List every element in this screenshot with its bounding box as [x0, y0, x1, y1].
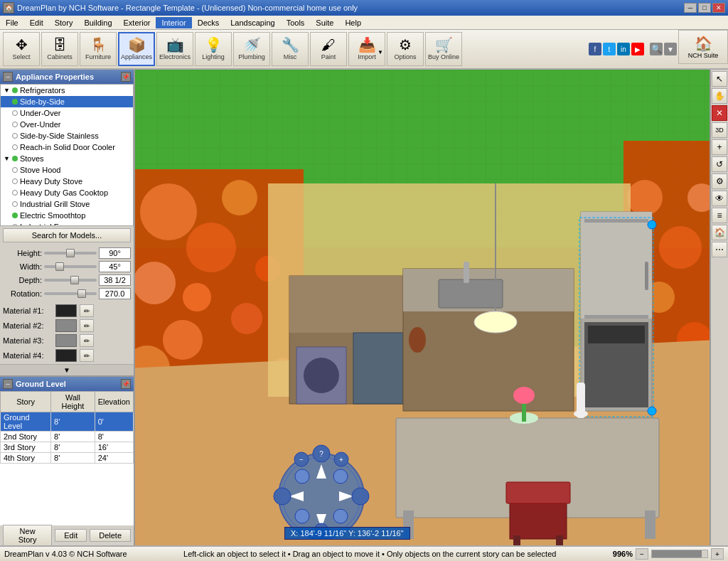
story-row-4th[interactable]: 4th Story 8' 24': [1, 453, 134, 464]
tree-item-stove-hood[interactable]: Stove Hood: [1, 164, 133, 176]
titlebar-controls[interactable]: ─ □ ✕: [684, 3, 725, 13]
appliance-tree-list[interactable]: ▼ Refrigerators Side-by-Side Under-Over …: [0, 84, 134, 226]
tool-select[interactable]: ✥ Select: [3, 32, 40, 66]
panel-pin-icon[interactable]: 📌: [121, 72, 131, 82]
menu-landscaping[interactable]: Landscaping: [225, 17, 280, 28]
tree-item-refrigerators[interactable]: ▼ Refrigerators: [1, 85, 133, 96]
svg-point-74: [352, 488, 369, 505]
material-2-color[interactable]: [55, 319, 77, 332]
menu-interior[interactable]: Interior: [156, 17, 191, 28]
tree-item-side-by-side[interactable]: Side-by-Side: [1, 96, 133, 107]
tree-item-reach-in[interactable]: Reach-in Solid Door Cooler: [1, 141, 133, 153]
tree-dot-stove-hood: [12, 167, 18, 173]
tree-item-label-side-by-side: Side-by-Side: [20, 97, 65, 106]
restore-button[interactable]: □: [698, 3, 711, 13]
rt-delete-button[interactable]: ✕: [712, 105, 727, 121]
tool-electronics[interactable]: 📺 Electronics: [156, 32, 193, 66]
menu-building[interactable]: Building: [78, 17, 117, 28]
toolbar-tools: ✥ Select 🗄 Cabinets 🪑 Furniture 📦 Applia…: [0, 30, 584, 68]
rt-eye-button[interactable]: 👁: [712, 191, 727, 206]
story-row-ground-elev: 0': [95, 412, 133, 432]
svg-text:−: −: [299, 456, 304, 464]
tree-item-heavy-duty-gas[interactable]: Heavy Duty Gas Cooktop: [1, 187, 133, 198]
menu-exterior[interactable]: Exterior: [118, 17, 156, 28]
statusbar-right: 996% − +: [613, 548, 724, 560]
tree-item-electric-smoothtop[interactable]: Electric Smoothtop: [1, 210, 133, 221]
story-panel-pin-icon[interactable]: 📌: [121, 379, 131, 389]
edit-story-button[interactable]: Edit: [55, 529, 87, 542]
menu-story[interactable]: Story: [49, 17, 79, 28]
youtube-icon[interactable]: ▶: [631, 43, 644, 55]
menu-edit[interactable]: Edit: [24, 17, 49, 28]
tool-appliances[interactable]: 📦 Appliances: [118, 32, 155, 66]
material-4-edit-button[interactable]: ✏: [80, 349, 94, 362]
minimize-button[interactable]: ─: [684, 3, 697, 13]
delete-story-button[interactable]: Delete: [90, 529, 131, 542]
material-2-edit-button[interactable]: ✏: [80, 319, 94, 332]
tree-item-over-under[interactable]: Over-Under: [1, 119, 133, 130]
width-slider[interactable]: [44, 265, 97, 268]
chevron-down-icon[interactable]: ▼: [664, 43, 677, 55]
tree-item-under-over[interactable]: Under-Over: [1, 107, 133, 119]
material-3-edit-button[interactable]: ✏: [80, 334, 94, 347]
tool-plumbing[interactable]: 🚿 Plumbing: [233, 32, 270, 66]
wall-height-col-header: Wall Height: [51, 392, 95, 412]
tool-paint[interactable]: 🖌 Paint: [310, 32, 347, 66]
tree-item-heavy-duty-stove[interactable]: Heavy Duty Stove: [1, 176, 133, 187]
rotation-slider[interactable]: [44, 292, 97, 295]
search-models-button[interactable]: Search for Models...: [3, 228, 131, 242]
story-row-ground[interactable]: Ground Level 8' 0': [1, 412, 134, 432]
new-story-button[interactable]: New Story: [3, 525, 52, 546]
menu-file[interactable]: File: [0, 17, 24, 28]
titlebar: 🏠 DreamPlan by NCH Software - Rectangle …: [0, 0, 728, 16]
material-1-edit-button[interactable]: ✏: [80, 304, 94, 317]
search-icon[interactable]: 🔍: [650, 43, 663, 55]
svg-rect-48: [645, 511, 655, 539]
zoom-out-button[interactable]: −: [636, 548, 648, 560]
tool-misc[interactable]: 🔧 Misc: [272, 32, 309, 66]
nch-suite-button[interactable]: 🏠 NCH Suite: [678, 30, 728, 64]
toolbar: ✥ Select 🗄 Cabinets 🪑 Furniture 📦 Applia…: [0, 30, 728, 70]
twitter-icon[interactable]: t: [603, 43, 616, 55]
rt-settings-button[interactable]: ⚙: [712, 173, 727, 189]
rt-rotate-button[interactable]: ↺: [712, 156, 727, 172]
panel-scroll-down-button[interactable]: ▼: [0, 364, 134, 375]
menu-decks[interactable]: Decks: [192, 17, 225, 28]
rt-cursor-button[interactable]: ↖: [712, 71, 727, 87]
menu-help[interactable]: Help: [339, 17, 367, 28]
depth-label: Depth:: [3, 276, 42, 284]
zoom-in-button[interactable]: +: [711, 548, 724, 560]
tool-buy-online[interactable]: 🛒 Buy Online: [425, 32, 462, 66]
rt-pan-button[interactable]: ✋: [712, 88, 727, 104]
height-slider[interactable]: [44, 252, 97, 255]
tree-item-side-by-side-stainless[interactable]: Side-by-Side Stainless: [1, 130, 133, 141]
viewport[interactable]: ↑ ? − + X: 184'-9 11/16" Y: 136'-2 11/16…: [135, 70, 710, 545]
story-panel-collapse-icon[interactable]: ─: [3, 379, 13, 389]
furniture-icon: 🪑: [90, 38, 107, 52]
rt-more-button[interactable]: ⋯: [712, 242, 727, 257]
close-button[interactable]: ✕: [712, 3, 725, 13]
tool-import[interactable]: 📥 Import ▼: [348, 32, 385, 66]
tool-options[interactable]: ⚙ Options: [387, 32, 424, 66]
menu-suite[interactable]: Suite: [310, 17, 339, 28]
linkedin-icon[interactable]: in: [617, 43, 630, 55]
material-3-color[interactable]: [55, 334, 77, 347]
rt-zoom-in-button[interactable]: +: [712, 139, 727, 155]
facebook-icon[interactable]: f: [589, 43, 601, 55]
story-row-3rd[interactable]: 3rd Story 8' 16': [1, 442, 134, 453]
tool-furniture[interactable]: 🪑 Furniture: [80, 32, 117, 66]
tree-item-industrial-fryer[interactable]: Industrial Fryer: [1, 221, 133, 226]
tree-item-stoves[interactable]: ▼ Stoves: [1, 153, 133, 164]
material-4-color[interactable]: [55, 349, 77, 362]
tool-cabinets[interactable]: 🗄 Cabinets: [41, 32, 78, 66]
tree-item-industrial-grill[interactable]: Industrial Grill Stove: [1, 198, 133, 210]
depth-slider[interactable]: [44, 279, 97, 282]
tool-lighting[interactable]: 💡 Lighting: [195, 32, 232, 66]
rt-view3d-button[interactable]: 3D: [712, 122, 727, 138]
panel-collapse-icon[interactable]: ─: [3, 72, 13, 82]
rt-home-button[interactable]: 🏠: [712, 225, 727, 240]
story-row-2nd[interactable]: 2nd Story 8' 8': [1, 432, 134, 442]
material-1-color[interactable]: [55, 304, 77, 317]
menu-tools[interactable]: Tools: [281, 17, 311, 28]
rt-layers-button[interactable]: ≡: [712, 208, 727, 223]
